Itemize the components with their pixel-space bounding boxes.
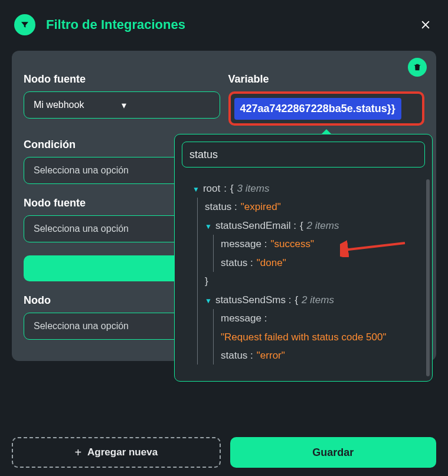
- chevron-down-icon: ▾: [122, 100, 210, 111]
- variable-input[interactable]: 427aa7422867228ba5e.status}}: [228, 91, 425, 126]
- json-tree[interactable]: ▼ root : { 3 items status : "expired" ▼ …: [175, 175, 432, 381]
- tree-item-send-email[interactable]: ▼ statusSendEmail : { 2 items: [205, 216, 429, 235]
- page-title: Filtro de Integraciones: [46, 17, 420, 32]
- variable-picker-popover: ▼ root : { 3 items status : "expired" ▼ …: [174, 134, 433, 382]
- tree-item[interactable]: status : "done": [221, 254, 429, 272]
- variable-value: 427aa7422867228ba5e.status}}: [234, 98, 401, 120]
- source-node-select[interactable]: Mi webhook ▾: [24, 91, 220, 119]
- add-new-button[interactable]: + Agregar nueva: [12, 437, 221, 468]
- tree-item-status[interactable]: status : "expired": [205, 198, 429, 216]
- save-button[interactable]: Guardar: [230, 437, 437, 468]
- tree-item[interactable]: message : "success": [221, 235, 429, 253]
- caret-down-icon[interactable]: ▼: [205, 291, 212, 307]
- source-node-label: Nodo fuente: [24, 73, 220, 86]
- source-node-value: Mi webhook: [34, 100, 122, 110]
- search-input[interactable]: [189, 149, 417, 161]
- filter-icon: [14, 14, 35, 35]
- caret-down-icon[interactable]: ▼: [205, 216, 212, 233]
- tree-item-send-sms[interactable]: ▼ statusSendSms : { 2 items: [205, 291, 429, 309]
- tree-item[interactable]: message :: [221, 309, 429, 327]
- variable-label: Variable: [228, 73, 425, 86]
- close-icon[interactable]: [420, 19, 431, 31]
- tree-item[interactable]: status : "error": [221, 346, 429, 365]
- caret-down-icon[interactable]: ▼: [192, 179, 200, 196]
- plus-icon: +: [74, 446, 81, 459]
- search-input-wrap[interactable]: [182, 142, 425, 168]
- delete-button[interactable]: [408, 58, 427, 77]
- tree-item[interactable]: "Request failed with status code 500": [221, 328, 429, 346]
- scrollbar[interactable]: [426, 179, 430, 376]
